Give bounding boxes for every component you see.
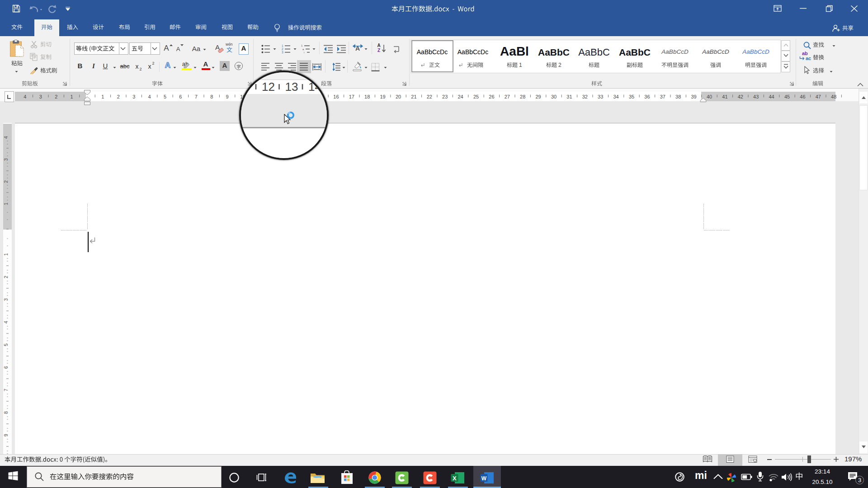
svg-text:W: W (481, 475, 487, 482)
svg-text:1: 1 (71, 94, 73, 99)
svg-text:21: 21 (411, 94, 416, 99)
svg-text:31: 31 (566, 94, 572, 99)
svg-text:4: 4 (24, 94, 26, 99)
svg-text:4: 4 (148, 94, 151, 99)
svg-text:4: 4 (3, 136, 9, 139)
svg-text:35: 35 (629, 94, 634, 99)
svg-text:47: 47 (816, 94, 821, 99)
svg-text:12: 12 (262, 80, 275, 94)
svg-text:3: 3 (3, 298, 9, 301)
svg-text:17: 17 (349, 94, 354, 99)
svg-text:8: 8 (210, 94, 213, 99)
svg-text:6: 6 (179, 94, 182, 99)
svg-text:13: 13 (285, 80, 298, 94)
svg-text:36: 36 (644, 94, 650, 99)
svg-text:7: 7 (3, 389, 9, 391)
svg-text:22: 22 (427, 94, 432, 99)
svg-text:38: 38 (675, 94, 681, 99)
svg-text:23: 23 (442, 94, 448, 99)
svg-text:9: 9 (226, 94, 229, 99)
svg-text:20: 20 (396, 94, 401, 99)
svg-text:34: 34 (613, 94, 618, 99)
svg-text:41: 41 (722, 94, 727, 99)
svg-text:40: 40 (707, 94, 712, 99)
svg-text:30: 30 (551, 94, 557, 99)
svg-text:28: 28 (520, 94, 525, 99)
svg-text:42: 42 (738, 94, 743, 99)
svg-text:43: 43 (753, 94, 759, 99)
svg-text:1: 1 (3, 202, 9, 205)
svg-text:4: 4 (3, 321, 9, 324)
svg-text:24: 24 (458, 94, 463, 99)
svg-text:16: 16 (333, 94, 339, 99)
svg-text:5: 5 (3, 343, 9, 346)
svg-text:3: 3 (132, 94, 135, 99)
svg-text:1: 1 (3, 253, 9, 256)
svg-text:2: 2 (3, 276, 9, 278)
svg-text:45: 45 (784, 94, 790, 99)
svg-text:19: 19 (380, 94, 385, 99)
svg-text:6: 6 (3, 366, 9, 369)
svg-text:18: 18 (364, 94, 370, 99)
svg-text:X: X (453, 475, 457, 482)
svg-text:7: 7 (195, 94, 198, 99)
svg-text:39: 39 (691, 94, 696, 99)
svg-text:9: 9 (3, 434, 9, 436)
svg-text:2: 2 (55, 94, 57, 99)
svg-text:27: 27 (505, 94, 510, 99)
svg-text:37: 37 (660, 94, 665, 99)
svg-text:3: 3 (3, 158, 9, 161)
svg-text:46: 46 (800, 94, 805, 99)
svg-text:1: 1 (101, 94, 104, 99)
svg-text:44: 44 (769, 94, 774, 99)
svg-text:26: 26 (489, 94, 494, 99)
svg-text:2: 2 (3, 180, 9, 183)
svg-text:48: 48 (831, 94, 836, 99)
svg-text:3: 3 (39, 94, 42, 99)
svg-text:5: 5 (164, 94, 166, 99)
svg-text:33: 33 (598, 94, 603, 99)
svg-text:2: 2 (117, 94, 120, 99)
svg-text:8: 8 (3, 411, 9, 414)
svg-text:25: 25 (473, 94, 479, 99)
svg-text:32: 32 (582, 94, 588, 99)
svg-text:29: 29 (535, 94, 541, 99)
